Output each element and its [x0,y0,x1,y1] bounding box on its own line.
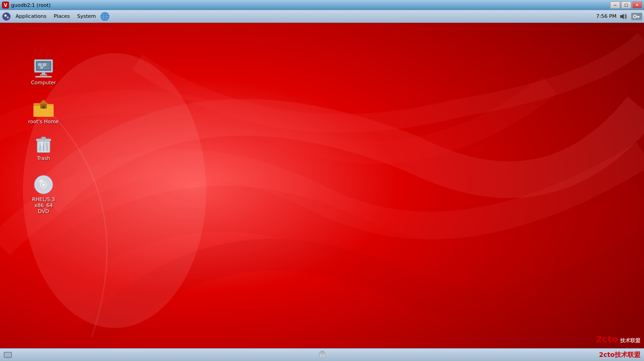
svg-rect-16 [0,23,644,348]
svg-point-41 [40,141,44,147]
titlebar-text: guodb2:1 (root) [11,2,610,8]
volume-icon[interactable] [619,13,628,20]
desktop-icon-dvd[interactable]: RHEL/5.3 x86_64 DVD [25,172,62,217]
dvd-label: RHEL/5.3 x86_64 DVD [27,197,60,215]
main-wrapper: V guodb2:1 (root) − □ ✕ Applications Pla… [0,0,644,361]
svg-rect-34 [42,106,45,109]
close-button[interactable]: ✕ [632,1,642,9]
watermark-logo: 2 [595,334,602,345]
svg-marker-32 [39,99,48,104]
svg-rect-54 [321,351,324,352]
svg-rect-22 [38,63,42,66]
svg-rect-37 [41,137,46,139]
minimize-button[interactable]: − [610,1,620,9]
clock-display: 7:56 PM [596,13,616,19]
gnome-logo-icon [2,12,11,21]
bottom-trash-icon[interactable] [318,350,327,360]
svg-rect-53 [319,352,325,354]
trash-label: Trash [37,155,50,161]
svg-rect-23 [43,63,46,66]
svg-point-2 [2,12,11,21]
svg-rect-51 [6,357,9,358]
svg-marker-10 [620,14,624,19]
maximize-button[interactable]: □ [621,1,631,9]
svg-point-4 [7,16,9,18]
system-menu[interactable]: System [74,12,99,20]
svg-rect-50 [5,353,11,356]
trash-icon [33,132,55,154]
bottom-taskbar: 2cto技术联盟 [0,348,644,361]
svg-rect-24 [40,67,43,69]
taskbar-right: 7:56 PM [596,13,642,20]
network-key-icon [631,13,642,20]
bottom-logo: 2cto技术联盟 [599,351,640,359]
home-folder-icon [33,96,55,118]
watermark-text: 技术联盟 [620,338,640,344]
desktop-icon-trash[interactable]: Trash [25,131,62,163]
svg-rect-29 [35,76,52,77]
svg-rect-28 [40,74,47,76]
globe-icon[interactable] [100,12,110,21]
home-label: root's Home [28,119,59,125]
computer-label: Computer [31,80,56,86]
computer-icon [33,57,55,79]
show-desktop-button[interactable] [4,350,13,360]
desktop[interactable]: Computer root [0,23,644,348]
watermark: 2cto 技术联盟 [595,334,640,345]
places-menu[interactable]: Places [51,12,72,20]
desktop-icon-home[interactable]: root's Home [25,94,62,126]
taskbar: Applications Places System 7:56 PM [0,10,644,23]
svg-text:V: V [4,3,7,8]
svg-rect-27 [42,72,45,74]
titlebar-icon: V [2,1,9,9]
dvd-icon [33,174,55,196]
bottom-watermark: 2cto技术联盟 [599,351,640,359]
applications-menu[interactable]: Applications [13,12,49,20]
titlebar-controls: − □ ✕ [610,1,642,9]
svg-point-3 [5,14,7,16]
title-bar: V guodb2:1 (root) − □ ✕ [0,0,644,10]
desktop-icon-computer[interactable]: Computer [25,55,62,88]
svg-point-47 [43,184,44,186]
svg-line-40 [47,143,47,151]
